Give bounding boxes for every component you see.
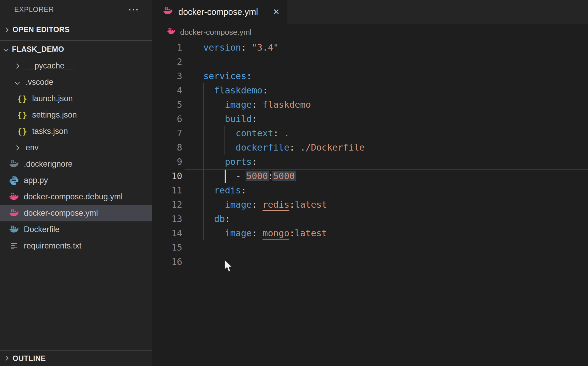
line-number: 15 — [152, 240, 182, 255]
sidebar-item-docker-compose-yml[interactable]: docker-compose.yml — [0, 205, 152, 221]
chevron-down-icon — [15, 79, 20, 85]
line-number: 16 — [152, 255, 182, 269]
sidebar-item-pycache[interactable]: __pycache__ — [0, 58, 152, 74]
file-label: tasks.json — [32, 127, 68, 136]
sidebar-header: EXPLORER ⋯ — [0, 0, 152, 19]
file-label: app.py — [24, 176, 48, 185]
python-icon — [8, 176, 20, 186]
code-text: version: "3.4" — [203, 40, 279, 55]
sidebar-item-settings-json[interactable]: {}settings.json — [0, 107, 152, 123]
chevron-right-icon — [4, 356, 9, 361]
line-number: 13 — [152, 212, 182, 226]
file-label: settings.json — [32, 110, 77, 120]
line-number: 7 — [152, 126, 182, 140]
workspace-section-header[interactable]: FLASK_DEMO — [0, 41, 152, 58]
text-cursor — [225, 170, 226, 183]
sidebar-item-requirements-txt[interactable]: requirements.txt — [0, 238, 152, 254]
line-number: 8 — [152, 140, 182, 155]
code-line-6[interactable]: 6 build: — [152, 112, 588, 126]
code-line-16[interactable]: 16 — [152, 255, 588, 269]
file-label: env — [26, 143, 39, 152]
docker-whale-icon — [8, 193, 20, 201]
docker-whale-icon — [8, 225, 20, 234]
sidebar-item-app-py[interactable]: app.py — [0, 172, 152, 189]
open-editors-section-header[interactable]: OPEN EDITORS — [0, 19, 152, 41]
code-line-13[interactable]: 13 db: — [152, 212, 588, 226]
chevron-down-icon — [4, 46, 9, 51]
docker-whale-icon — [167, 28, 176, 37]
code-line-3[interactable]: 3services: — [152, 69, 588, 83]
code-line-4[interactable]: 4 flaskdemo: — [152, 83, 588, 98]
code-line-11[interactable]: 11 redis: — [152, 183, 588, 198]
sidebar-item-tasks-json[interactable]: {}tasks.json — [0, 123, 152, 140]
breadcrumb[interactable]: docker-compose.yml — [152, 24, 588, 40]
open-editors-label: OPEN EDITORS — [13, 25, 70, 34]
sidebar-item-vscode[interactable]: .vscode — [0, 74, 152, 90]
line-number: 10 — [152, 169, 182, 183]
close-icon[interactable]: ✕ — [273, 7, 280, 17]
file-label: docker-compose.debug.yml — [24, 192, 123, 201]
code-line-12[interactable]: 12 image: redis:latest — [152, 198, 588, 212]
file-label: __pycache__ — [26, 61, 74, 71]
code-line-14[interactable]: 14 image: mongo:latest — [152, 226, 588, 240]
code-line-15[interactable]: 15 — [152, 240, 588, 255]
code-line-9[interactable]: 9 ports: — [152, 155, 588, 169]
outline-label: OUTLINE — [13, 354, 46, 363]
sidebar-item-env[interactable]: env — [0, 140, 152, 156]
file-label: requirements.txt — [24, 241, 82, 251]
code-text: context: . — [203, 126, 289, 140]
code-text: redis: — [203, 183, 247, 198]
line-number: 6 — [152, 112, 182, 126]
chevron-right-icon — [4, 27, 9, 32]
workspace-label: FLASK_DEMO — [12, 45, 64, 54]
code-line-7[interactable]: 7 context: . — [152, 126, 588, 140]
file-label: .dockerignore — [24, 159, 73, 169]
file-label: Dockerfile — [24, 225, 60, 234]
sidebar-item-docker-compose-debug-yml[interactable]: docker-compose.debug.yml — [0, 189, 152, 205]
line-number: 2 — [152, 55, 182, 69]
file-label: launch.json — [32, 94, 73, 103]
sidebar-item-launch-json[interactable]: {}launch.json — [0, 90, 152, 107]
code-text: image: mongo:latest — [203, 226, 327, 240]
code-line-1[interactable]: 1version: "3.4" — [152, 40, 588, 55]
code-editor[interactable]: 1version: "3.4"23services:4 flaskdemo:5 … — [152, 40, 588, 366]
sidebar-item-dockerignore[interactable]: .dockerignore — [0, 156, 152, 172]
chevron-right-icon — [14, 145, 19, 150]
file-label: .vscode — [26, 78, 53, 87]
docker-whale-icon — [163, 7, 173, 17]
code-line-2[interactable]: 2 — [152, 55, 588, 69]
sidebar-title: EXPLORER — [14, 6, 54, 14]
line-number: 1 — [152, 40, 182, 55]
tab-docker-compose-yml[interactable]: docker-compose.yml ✕ — [152, 0, 287, 24]
chevron-right-icon — [14, 63, 19, 68]
mouse-pointer — [224, 259, 234, 274]
line-number: 4 — [152, 83, 182, 98]
code-text: db: — [203, 212, 230, 226]
line-number: 12 — [152, 198, 182, 212]
line-number: 9 — [152, 155, 182, 169]
sidebar-item-dockerfile[interactable]: Dockerfile — [0, 221, 152, 238]
code-line-10[interactable]: 10 - 5000:5000 — [152, 169, 588, 183]
editor-group: docker-compose.yml ✕ docker-compose.yml … — [152, 0, 588, 366]
docker-whale-icon — [8, 209, 20, 218]
file-label: docker-compose.yml — [24, 209, 98, 218]
outline-section-header[interactable]: OUTLINE — [0, 350, 152, 366]
code-line-5[interactable]: 5 image: flaskdemo — [152, 98, 588, 112]
line-number: 14 — [152, 226, 182, 240]
explorer-sidebar: EXPLORER ⋯ OPEN EDITORS FLASK_DEMO __pyc… — [0, 0, 152, 366]
code-lines: 1version: "3.4"23services:4 flaskdemo:5 … — [152, 40, 588, 269]
breadcrumb-item: docker-compose.yml — [180, 28, 252, 37]
line-number: 3 — [152, 69, 182, 83]
code-text: dockerfile: ./Dockerfile — [203, 140, 365, 155]
json-icon: {} — [17, 110, 28, 120]
docker-whale-icon — [8, 160, 20, 169]
code-text: flaskdemo: — [203, 83, 268, 98]
code-line-8[interactable]: 8 dockerfile: ./Dockerfile — [152, 140, 588, 155]
code-text: ports: — [203, 155, 257, 169]
textfile-icon — [8, 242, 20, 251]
json-icon: {} — [17, 127, 28, 136]
code-text: build: — [203, 112, 257, 126]
more-actions-icon[interactable]: ⋯ — [128, 7, 139, 12]
code-text: services: — [203, 69, 252, 83]
file-tree: __pycache__.vscode{}launch.json{}setting… — [0, 58, 152, 254]
